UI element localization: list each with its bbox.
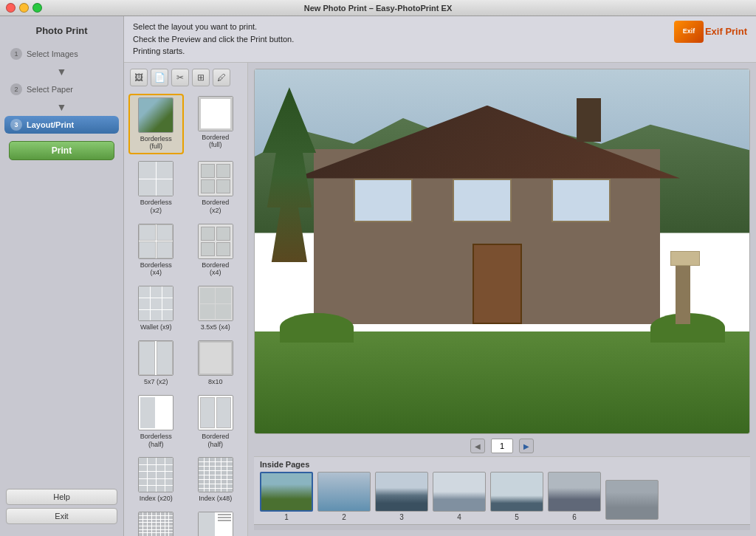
thumb-item-6[interactable]: 6 xyxy=(548,472,601,521)
tool-copy-icon[interactable]: 📄 xyxy=(151,69,168,86)
print-button[interactable]: Print xyxy=(9,141,114,160)
preview-area: ◀ 1 ▶ Inside Pages 1 2 xyxy=(248,63,756,537)
layout-borderless-x2[interactable]: Borderless(x2) xyxy=(128,159,184,217)
layout-thumb-index-x48 xyxy=(198,457,233,492)
thumb-img-2 xyxy=(317,472,371,512)
sidebar-title: Photo Print xyxy=(0,22,123,44)
layout-bordered-x2[interactable]: Bordered(x2) xyxy=(188,159,244,217)
layout-label-borderless-x4: Borderless(x4) xyxy=(140,261,172,278)
sidebar-step-2[interactable]: 2 Select Paper xyxy=(4,80,119,98)
step-num-2: 2 xyxy=(10,83,22,95)
minimize-button[interactable] xyxy=(19,3,29,13)
layout-label-8x10: 8x10 xyxy=(208,378,223,386)
layout-thumb-bordered-half xyxy=(198,395,233,430)
thumb-img-4 xyxy=(433,472,486,512)
layout-thumb-borderless-x2 xyxy=(138,161,173,196)
layout-thumb-captured-info xyxy=(198,512,233,536)
thumb-item-3[interactable]: 3 xyxy=(375,472,428,521)
thumb-num-1: 1 xyxy=(284,513,289,521)
window-controls[interactable] xyxy=(6,3,42,13)
thumb-item-4[interactable]: 4 xyxy=(433,472,486,521)
scroll-thumb[interactable] xyxy=(257,526,316,530)
toolbar: 🖼 📄 ✂ ⊞ 🖊 xyxy=(128,67,243,88)
exit-button[interactable]: Exit xyxy=(6,508,117,524)
step-num-1: 1 xyxy=(10,48,22,60)
layout-label-3x5-x4: 3.5x5 (x4) xyxy=(201,323,230,331)
sidebar-item-layout-print: Layout/Print xyxy=(27,120,74,129)
layout-index-x48[interactable]: Index (x48) xyxy=(188,455,244,505)
layout-thumb-wallet-x9 xyxy=(138,286,173,321)
layout-label-wallet-x9: Wallet (x9) xyxy=(140,323,172,331)
sidebar: Photo Print 1 Select Images ▼ 2 Select P… xyxy=(0,16,124,536)
thumb-item-2[interactable]: 2 xyxy=(317,472,371,521)
layout-thumb-bordered-x2 xyxy=(198,161,233,196)
thumb-item-5[interactable]: 5 xyxy=(490,472,543,521)
instructions-text: Select the layout you want to print. Che… xyxy=(133,21,294,58)
layout-index-x20[interactable]: Index (x20) xyxy=(128,455,184,505)
layout-label-bordered-x4: Bordered(x4) xyxy=(202,261,229,278)
thumb-num-6: 6 xyxy=(572,513,577,521)
step-num-3: 3 xyxy=(10,119,22,131)
help-button[interactable]: Help xyxy=(6,489,117,505)
preview-frame xyxy=(254,69,750,435)
layout-thumb-borderless-full xyxy=(138,97,173,133)
exif-icon: Exif xyxy=(674,21,704,43)
exif-print-logo: Exif Exif Print xyxy=(674,21,747,43)
layout-index-x80[interactable]: Index (x80) xyxy=(128,509,184,536)
tool-layout-icon[interactable]: ⊞ xyxy=(192,69,210,86)
layout-label-index-x20: Index (x20) xyxy=(140,495,173,503)
layout-borderless-half[interactable]: Borderless(half) xyxy=(128,393,184,451)
layout-wallet-x9[interactable]: Wallet (x9) xyxy=(128,284,184,334)
thumb-item-1[interactable]: 1 xyxy=(260,472,313,521)
sidebar-item-select-images: Select Images xyxy=(27,49,78,58)
thumb-item-7[interactable] xyxy=(605,480,659,521)
thumbnails-row: 1 2 3 4 xyxy=(260,472,744,521)
thumb-img-3 xyxy=(375,472,428,512)
sidebar-step-1[interactable]: 1 Select Images xyxy=(4,45,119,63)
arrow-1: ▼ xyxy=(0,66,123,78)
layout-3x5-x4[interactable]: 3.5x5 (x4) xyxy=(188,284,244,334)
layout-bordered-x4[interactable]: Bordered(x4) xyxy=(188,221,244,280)
prev-page-button[interactable]: ◀ xyxy=(470,439,485,453)
tool-edit-icon[interactable]: 🖊 xyxy=(213,69,230,86)
layout-bordered-full[interactable]: Bordered(full) xyxy=(188,94,244,155)
layout-label-bordered-half: Bordered(half) xyxy=(202,433,229,449)
main-content: Select the layout you want to print. Che… xyxy=(124,16,756,536)
scrollbar[interactable] xyxy=(254,524,750,530)
arrow-2: ▼ xyxy=(0,101,123,113)
layout-borderless-x4[interactable]: Borderless(x4) xyxy=(128,221,184,280)
titlebar: New Photo Print – Easy-PhotoPrint EX xyxy=(0,0,756,16)
layout-5x7-x2[interactable]: 5x7 (x2) xyxy=(128,338,184,388)
sidebar-bottom: Help Exit xyxy=(0,483,123,530)
layout-label-bordered-full: Bordered(full) xyxy=(202,134,229,150)
work-area: 🖼 📄 ✂ ⊞ 🖊 Borderless(full) xyxy=(124,63,756,537)
layout-thumb-borderless-x4 xyxy=(138,224,173,259)
layout-panel: 🖼 📄 ✂ ⊞ 🖊 Borderless(full) xyxy=(124,63,248,537)
layout-thumb-index-x20 xyxy=(138,457,173,492)
maximize-button[interactable] xyxy=(32,3,42,13)
thumb-img-7 xyxy=(605,480,659,520)
layout-borderless-full[interactable]: Borderless(full) xyxy=(128,94,184,155)
layout-thumb-5x7-x2 xyxy=(138,340,173,376)
window-title: New Photo Print – Easy-PhotoPrint EX xyxy=(304,4,452,13)
layout-label-borderless-half: Borderless(half) xyxy=(140,433,172,449)
instructions-bar: Select the layout you want to print. Che… xyxy=(124,16,756,63)
layout-thumb-bordered-full xyxy=(198,96,233,131)
layout-thumb-index-x80 xyxy=(138,512,173,536)
layout-8x10[interactable]: 8x10 xyxy=(188,338,244,388)
layout-bordered-half[interactable]: Bordered(half) xyxy=(188,393,244,451)
thumb-num-4: 4 xyxy=(457,513,461,521)
layout-label-index-x48: Index (x48) xyxy=(199,495,232,503)
inside-pages-label: Inside Pages xyxy=(260,460,744,469)
sidebar-step-3[interactable]: 3 Layout/Print xyxy=(4,116,119,134)
layout-label-5x7-x2: 5x7 (x2) xyxy=(144,378,168,386)
next-page-button[interactable]: ▶ xyxy=(519,439,534,453)
tool-images-icon[interactable]: 🖼 xyxy=(130,69,148,86)
tool-crop-icon[interactable]: ✂ xyxy=(171,69,189,86)
sidebar-item-select-paper: Select Paper xyxy=(27,85,73,94)
close-button[interactable] xyxy=(6,3,16,13)
thumb-num-2: 2 xyxy=(342,513,346,521)
thumb-img-1 xyxy=(260,472,313,512)
layout-captured-info[interactable]: CapturedInfo xyxy=(188,509,244,536)
thumb-num-3: 3 xyxy=(399,513,404,521)
